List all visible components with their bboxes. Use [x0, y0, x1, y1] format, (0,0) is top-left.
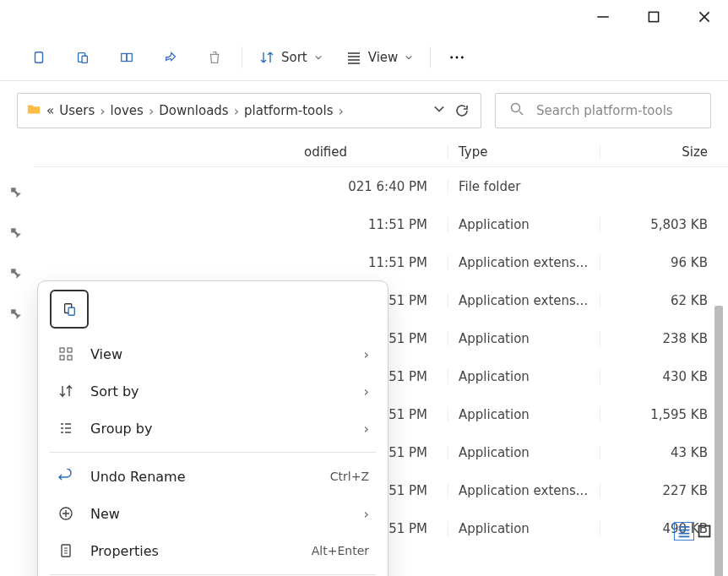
menu-item-undo-rename[interactable]: Undo RenameCtrl+Z: [43, 458, 383, 495]
crumb-users[interactable]: Users: [59, 103, 95, 118]
col-type[interactable]: Type: [448, 144, 600, 160]
paste-icon[interactable]: [61, 41, 105, 74]
table-row[interactable]: 11:51 PMApplication extens...96 KB: [34, 243, 728, 281]
title-bar: [0, 0, 728, 34]
toolbar: Sort View: [0, 34, 728, 81]
search-icon: [509, 101, 524, 120]
search-box[interactable]: [495, 93, 711, 128]
svg-rect-1: [35, 52, 43, 62]
context-menu: View›Sort by›Group by›Undo RenameCtrl+ZN…: [37, 280, 388, 576]
svg-rect-20: [699, 526, 710, 537]
share-icon[interactable]: [149, 41, 193, 74]
svg-rect-11: [68, 307, 74, 315]
crumb-downloads[interactable]: Downloads: [159, 103, 228, 118]
table-header[interactable]: odified Type Size: [34, 137, 728, 167]
rename-icon[interactable]: [105, 41, 149, 74]
col-size[interactable]: Size: [600, 144, 728, 160]
svg-point-9: [512, 104, 520, 112]
delete-icon[interactable]: [193, 41, 236, 74]
vertical-scrollbar[interactable]: [714, 306, 723, 576]
menu-item-group-by[interactable]: Group by›: [43, 410, 383, 447]
refresh-button[interactable]: [452, 103, 472, 118]
breadcrumb[interactable]: « Users › loves › Downloads › platform-t…: [17, 93, 481, 128]
close-button[interactable]: [691, 3, 718, 30]
group-icon: [57, 421, 75, 436]
menu-item-new[interactable]: New›: [43, 495, 383, 532]
chevron-right-icon: ›: [364, 346, 369, 362]
prop-icon: [57, 543, 75, 558]
svg-rect-3: [82, 56, 87, 62]
table-row[interactable]: 11:51 PMApplication5,803 KB: [34, 205, 728, 243]
sort-button[interactable]: Sort: [247, 41, 334, 74]
breadcrumb-dropdown[interactable]: [432, 101, 447, 120]
chevron-right-icon: ›: [100, 103, 105, 119]
paste-button[interactable]: [50, 290, 89, 329]
svg-rect-5: [127, 53, 132, 61]
pin-icon[interactable]: [5, 182, 29, 205]
menu-item-sort-by[interactable]: Sort by›: [43, 372, 383, 410]
minimize-button[interactable]: [589, 3, 617, 30]
pin-icon[interactable]: [5, 263, 29, 286]
view-toggle: [674, 522, 714, 541]
menu-item-view[interactable]: View›: [43, 335, 383, 372]
crumb-loves[interactable]: loves: [111, 103, 144, 118]
plus-icon: [57, 506, 75, 521]
menu-item-properties[interactable]: PropertiesAlt+Enter: [43, 532, 383, 569]
svg-rect-15: [68, 356, 72, 360]
view-button[interactable]: View: [334, 41, 426, 74]
chevron-right-icon: ›: [364, 421, 369, 437]
pin-icon[interactable]: [5, 222, 29, 246]
address-row: « Users › loves › Downloads › platform-t…: [0, 81, 728, 137]
sort-icon: [57, 383, 75, 399]
nav-rail: [0, 137, 34, 547]
svg-rect-14: [60, 356, 64, 360]
svg-rect-4: [122, 53, 127, 61]
maximize-button[interactable]: [640, 3, 667, 30]
svg-point-6: [451, 56, 454, 58]
crumb-platform-tools[interactable]: platform-tools: [244, 103, 333, 118]
copy-icon[interactable]: [17, 41, 61, 74]
folder-icon: [26, 101, 41, 120]
grid-icon: [57, 346, 75, 361]
chevron-right-icon: ›: [364, 506, 369, 522]
chevron-right-icon: ›: [149, 103, 154, 119]
main: odified Type Size 021 6:40 PMFile folder…: [0, 137, 728, 547]
chevron-right-icon: ›: [364, 383, 369, 399]
details-view-button[interactable]: [674, 522, 694, 541]
sort-label: Sort: [281, 50, 307, 65]
undo-icon: [57, 469, 75, 484]
pin-icon[interactable]: [5, 303, 29, 327]
svg-rect-13: [68, 348, 72, 352]
chevron-right-icon: ›: [234, 103, 239, 119]
more-button[interactable]: [436, 50, 478, 65]
view-label: View: [368, 50, 399, 65]
svg-point-8: [461, 56, 464, 58]
table-row[interactable]: 021 6:40 PMFile folder: [34, 167, 728, 205]
icons-view-button[interactable]: [694, 522, 714, 541]
search-input[interactable]: [536, 103, 700, 118]
chevron-right-icon: ›: [338, 103, 343, 119]
svg-point-7: [456, 56, 459, 58]
svg-rect-12: [60, 348, 64, 352]
col-modified[interactable]: odified: [304, 144, 448, 160]
svg-rect-0: [649, 12, 658, 21]
